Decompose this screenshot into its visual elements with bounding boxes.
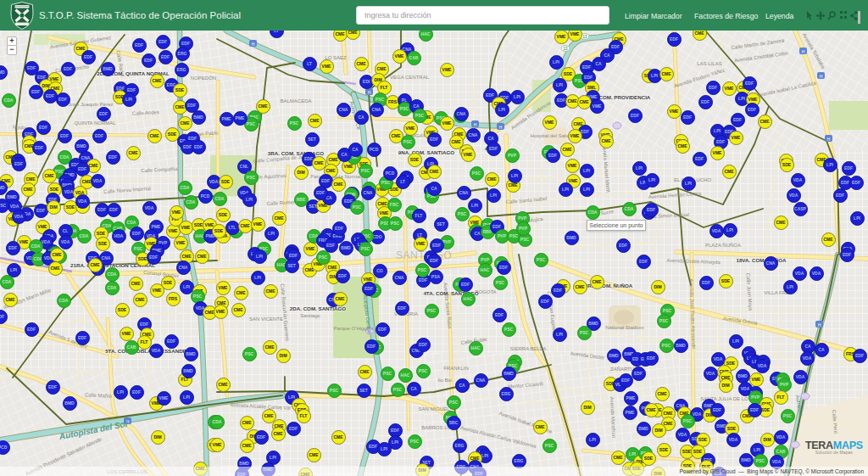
- svg-text:H: H: [499, 125, 503, 130]
- svg-text:13: 13: [582, 35, 587, 39]
- svg-text:H: H: [252, 42, 255, 47]
- svg-text:H: H: [802, 49, 805, 54]
- svg-text:H: H: [368, 90, 371, 95]
- svg-text:H: H: [818, 322, 821, 328]
- svg-text:H: H: [827, 137, 831, 142]
- svg-text:H: H: [474, 122, 477, 127]
- svg-text:H: H: [820, 74, 823, 79]
- svg-text:13: 13: [563, 47, 568, 51]
